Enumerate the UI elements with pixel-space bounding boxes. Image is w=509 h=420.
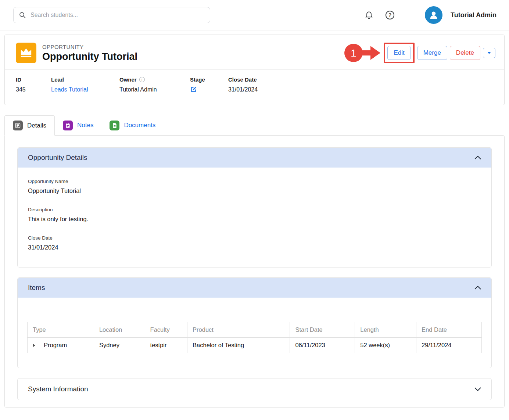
svg-text:1: 1	[351, 47, 357, 59]
chevron-up-icon	[474, 156, 481, 159]
edit-pencil-icon	[190, 86, 197, 93]
search-box[interactable]	[13, 7, 210, 23]
page-title: Opportunity Tutorial	[42, 51, 137, 62]
tab-details-label: Details	[27, 122, 46, 129]
header-top: OPPORTUNITY Opportunity Tutorial 1 Edit …	[5, 35, 504, 69]
details-icon	[13, 121, 23, 130]
entity-text: OPPORTUNITY Opportunity Tutorial	[42, 44, 137, 62]
chevron-down-icon	[487, 52, 491, 54]
info-icon	[139, 77, 145, 82]
chevron-up-icon	[474, 286, 481, 290]
header-actions: 1 Edit Merge Delete	[344, 42, 495, 64]
system-information-title: System Information	[28, 385, 88, 393]
notes-icon	[63, 121, 73, 130]
row-expand-icon[interactable]	[33, 344, 35, 347]
col-end-date: End Date	[416, 322, 482, 338]
details-tab-panel: Opportunity Details Opportunity Name Opp…	[4, 135, 505, 408]
main-content: OPPORTUNITY Opportunity Tutorial 1 Edit …	[0, 30, 509, 408]
cell-end-date: 29/11/2024	[416, 338, 482, 353]
opportunity-header-card: OPPORTUNITY Opportunity Tutorial 1 Edit …	[4, 35, 505, 105]
help-button[interactable]: ?	[383, 8, 397, 22]
field-close-date-detail: Close Date 31/01/2024	[28, 235, 481, 251]
avatar[interactable]	[425, 6, 442, 24]
tab-details[interactable]: Details	[4, 115, 55, 136]
opportunity-name-label: Opportunity Name	[28, 179, 481, 184]
items-body: Type Location Faculty Product Start Date…	[18, 298, 491, 368]
opportunity-details-body: Opportunity Name Opportunity Tutorial De…	[18, 168, 491, 267]
items-title: Items	[28, 284, 45, 292]
notifications-button[interactable]	[362, 8, 376, 22]
lead-link[interactable]: Leads Tutorial	[51, 86, 88, 93]
stage-label: Stage	[190, 76, 228, 83]
merge-button[interactable]: Merge	[417, 46, 447, 60]
summary-row: ID 345 Lead Leads Tutorial Owner Tutoria…	[5, 70, 504, 105]
topbar: ? Tutorial Admin	[0, 0, 509, 30]
cell-type: Program	[28, 338, 94, 353]
topbar-divider	[410, 0, 410, 30]
field-description: Description This is only for testing.	[28, 207, 481, 223]
close-date-detail-label: Close Date	[28, 235, 481, 241]
tab-notes[interactable]: Notes	[55, 115, 101, 135]
field-opportunity-name: Opportunity Name Opportunity Tutorial	[28, 179, 481, 194]
person-icon	[428, 10, 439, 21]
svg-text:?: ?	[388, 12, 392, 18]
owner-label-text: Owner	[119, 76, 137, 83]
items-header[interactable]: Items	[18, 278, 491, 298]
opportunity-name-value: Opportunity Tutorial	[28, 187, 481, 194]
crown-icon	[16, 43, 36, 63]
stage-edit-button[interactable]	[190, 86, 197, 93]
field-owner: Owner Tutorial Admin	[119, 76, 190, 94]
cell-faculty: testpir	[145, 338, 187, 353]
field-id: ID 345	[16, 76, 51, 94]
owner-value: Tutorial Admin	[119, 86, 157, 93]
col-length: Length	[355, 322, 416, 338]
tab-bar: Details Notes Documents	[4, 115, 505, 135]
search-input[interactable]	[31, 12, 205, 18]
tab-documents[interactable]: Documents	[101, 115, 164, 135]
cell-location: Sydney	[94, 338, 145, 353]
chevron-down-icon	[474, 387, 481, 391]
cell-product: Bachelor of Testing	[187, 338, 290, 353]
bell-icon	[364, 10, 374, 20]
description-label: Description	[28, 207, 481, 212]
id-value: 345	[16, 86, 26, 93]
description-value: This is only for testing.	[28, 216, 481, 223]
col-faculty: Faculty	[145, 322, 187, 338]
user-name: Tutorial Admin	[451, 11, 497, 19]
close-date-value: 31/01/2024	[228, 86, 258, 93]
col-start-date: Start Date	[290, 322, 355, 338]
col-product: Product	[187, 322, 290, 338]
items-table-header-row: Type Location Faculty Product Start Date…	[28, 322, 482, 338]
owner-label: Owner	[119, 76, 190, 83]
field-close-date: Close Date 31/01/2024	[228, 76, 258, 94]
edit-button[interactable]: Edit	[387, 46, 411, 60]
opportunity-details-card: Opportunity Details Opportunity Name Opp…	[17, 147, 492, 268]
search-icon	[19, 11, 26, 19]
cell-length: 52 week(s)	[355, 338, 416, 353]
delete-button[interactable]: Delete	[450, 46, 480, 60]
topbar-right: ? Tutorial Admin	[362, 0, 509, 30]
items-table-row: Program Sydney testpir Bachelor of Testi…	[28, 338, 482, 353]
field-stage: Stage	[190, 76, 228, 94]
field-lead: Lead Leads Tutorial	[51, 76, 119, 94]
question-icon: ?	[385, 10, 395, 20]
items-table: Type Location Faculty Product Start Date…	[27, 322, 482, 353]
id-label: ID	[16, 76, 51, 83]
cell-type-text: Program	[44, 342, 67, 348]
entity-label: OPPORTUNITY	[42, 44, 137, 50]
more-actions-button[interactable]	[483, 48, 495, 58]
lead-label: Lead	[51, 76, 119, 83]
col-type: Type	[28, 322, 94, 338]
close-date-detail-value: 31/01/2024	[28, 244, 481, 251]
system-information-header[interactable]: System Information	[17, 378, 492, 400]
documents-icon	[110, 121, 119, 130]
annotation-highlight-box: Edit	[384, 43, 414, 63]
items-card: Items Type Location Faculty	[17, 277, 492, 368]
opportunity-details-title: Opportunity Details	[28, 154, 87, 162]
tab-documents-label: Documents	[124, 122, 155, 129]
annotation-arrow-1: 1	[344, 42, 381, 64]
col-location: Location	[94, 322, 145, 338]
opportunity-details-header[interactable]: Opportunity Details	[18, 148, 491, 168]
close-date-label: Close Date	[228, 76, 258, 83]
tab-notes-label: Notes	[77, 122, 93, 129]
